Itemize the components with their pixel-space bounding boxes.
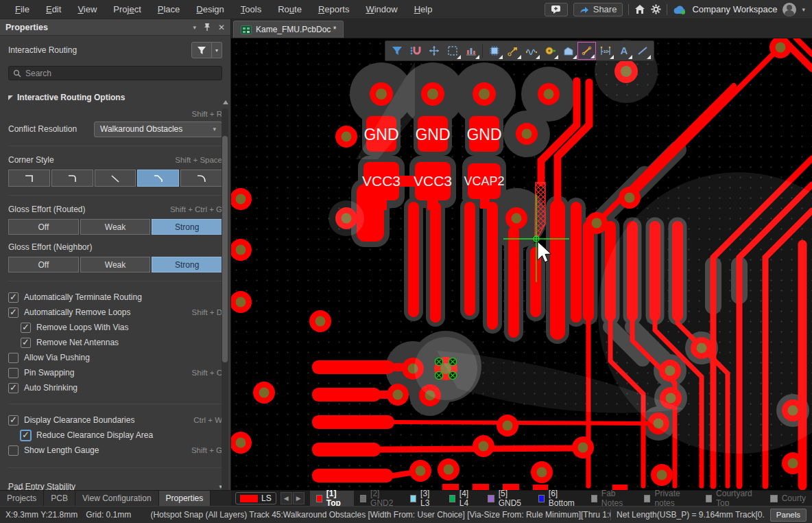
dimension-button[interactable]: 10: [596, 42, 614, 60]
option-auto-remove-loops[interactable]: Automatically Remove Loops Shift + D: [8, 305, 222, 320]
workspace-label[interactable]: Company Workspace: [692, 4, 777, 14]
menu-edit[interactable]: Edit: [38, 1, 69, 17]
layer-set-button[interactable]: LS: [235, 492, 276, 504]
gear-icon[interactable]: [651, 4, 661, 14]
layer-tab-l3[interactable]: [3] L3: [404, 491, 443, 507]
panel-scrollbar[interactable]: [222, 108, 228, 501]
tab-projects[interactable]: Projects: [0, 491, 44, 506]
corner-style-label: Corner Style: [8, 155, 54, 165]
gloss-routed-weak[interactable]: Weak: [80, 219, 151, 235]
option-allow-via-pushing[interactable]: Allow Via Pushing: [8, 350, 222, 365]
place-line-button[interactable]: [633, 42, 652, 60]
select-area-button[interactable]: [443, 42, 462, 60]
move-tool-button[interactable]: [425, 42, 443, 60]
place-string-button[interactable]: A: [614, 42, 633, 60]
polygon-pour-button[interactable]: [559, 42, 577, 60]
layer-tab-top[interactable]: [1] Top: [310, 491, 354, 507]
interactive-track-button[interactable]: [577, 42, 596, 60]
option-auto-terminate[interactable]: Automatically Terminate Routing: [8, 290, 222, 305]
menu-help[interactable]: Help: [406, 1, 441, 17]
layer-scroll-right[interactable]: ▶: [293, 492, 304, 504]
share-button[interactable]: Share: [573, 3, 623, 16]
tab-properties[interactable]: Properties: [159, 491, 211, 506]
conflict-resolution-dropdown[interactable]: Walkaround Obstacles ▾: [94, 121, 222, 137]
pcb-editor-canvas[interactable]: GND GND GND VCC3 VCC3 VCAP2: [231, 38, 812, 490]
checkbox[interactable]: [8, 368, 19, 378]
corner-style-90[interactable]: [8, 170, 50, 187]
layer-tab-courtyard-bottom[interactable]: Courty: [764, 491, 812, 507]
placement-tool-button[interactable]: [462, 42, 480, 60]
checkbox[interactable]: [8, 292, 19, 303]
separator: [610, 509, 611, 520]
snap-magnet-button[interactable]: [406, 42, 425, 60]
checkbox[interactable]: [8, 383, 19, 393]
checkbox[interactable]: [8, 307, 19, 318]
menu-design[interactable]: Design: [188, 1, 232, 17]
option-remove-net-antennas[interactable]: Remove Net Antennas: [8, 335, 222, 350]
gloss-routed-off[interactable]: Off: [8, 219, 79, 235]
corner-style-45[interactable]: [137, 170, 179, 187]
place-component-button[interactable]: [485, 42, 503, 60]
pin-icon[interactable]: [203, 23, 211, 32]
tab-view-configuration[interactable]: View Configuration: [75, 491, 159, 506]
checkbox[interactable]: [21, 338, 31, 348]
chevron-down-icon[interactable]: ▾: [802, 6, 805, 13]
layer-tab-l4[interactable]: [4] L4: [443, 491, 482, 507]
conflict-shortcut: Shift + R: [192, 110, 222, 118]
layer-tab-gnd2[interactable]: [2] GND2: [354, 491, 404, 507]
comment-button[interactable]: [545, 3, 568, 16]
menu-place[interactable]: Place: [150, 1, 189, 17]
corner-style-arc[interactable]: [180, 170, 222, 187]
layer-tab-private-notes[interactable]: Private notes: [638, 491, 700, 507]
menu-route[interactable]: Route: [270, 1, 310, 17]
filter-dropdown-button[interactable]: ▾: [212, 42, 222, 58]
option-display-clearance[interactable]: Display Clearance Boundaries Ctrl + W: [8, 412, 222, 428]
funnel-icon: [197, 46, 206, 55]
layer-scroll-left[interactable]: ◀: [280, 492, 292, 504]
panel-menu-icon[interactable]: ▾: [193, 24, 196, 31]
close-icon[interactable]: ✕: [218, 23, 225, 32]
place-via-button[interactable]: [540, 42, 559, 60]
tab-pcb[interactable]: PCB: [44, 491, 75, 506]
gloss-neighbor-weak[interactable]: Weak: [80, 257, 151, 272]
smart-route-button[interactable]: [503, 42, 522, 60]
layer-tab-fab-notes[interactable]: Fab Notes: [585, 491, 638, 507]
gloss-routed-strong[interactable]: Strong: [152, 219, 222, 235]
filter-tool-button[interactable]: [387, 42, 406, 60]
user-avatar[interactable]: [783, 3, 796, 16]
checkbox[interactable]: [21, 430, 31, 441]
option-reduce-clearance[interactable]: Reduce Clearance Display Area: [8, 428, 222, 443]
pcbdoc-icon: [241, 25, 252, 34]
gloss-neighbor-off[interactable]: Off: [8, 257, 79, 272]
panels-button[interactable]: Panels: [770, 509, 807, 522]
checkbox[interactable]: [8, 445, 19, 456]
option-show-length-gauge[interactable]: Show Length Gauge Shift + G: [8, 443, 222, 458]
menu-window[interactable]: Window: [357, 1, 405, 17]
layer-tab-courtyard-top[interactable]: Courtyard Top: [700, 491, 764, 507]
home-icon[interactable]: [634, 4, 645, 14]
option-pin-swapping[interactable]: Pin Swapping Shift + C: [8, 365, 222, 380]
menu-project[interactable]: Project: [105, 1, 149, 17]
pad-label-gnd-2: GND: [415, 126, 450, 143]
checkbox[interactable]: [21, 323, 31, 333]
option-remove-loops-vias[interactable]: Remove Loops With Vias: [8, 320, 222, 335]
document-tab[interactable]: Kame_FMU.PcbDoc *: [233, 21, 344, 38]
scrollbar-thumb[interactable]: [222, 136, 228, 362]
checkbox[interactable]: [8, 353, 19, 363]
filter-button[interactable]: [191, 42, 212, 58]
option-auto-shrinking[interactable]: Auto Shrinking: [8, 380, 222, 395]
section-interactive-routing-options[interactable]: Interactive Routing Options: [8, 93, 222, 102]
gloss-neighbor-strong[interactable]: Strong: [152, 257, 222, 272]
menu-view[interactable]: View: [69, 1, 105, 17]
meander-tune-button[interactable]: [522, 42, 540, 60]
scroll-up-icon[interactable]: [223, 100, 228, 104]
menu-reports[interactable]: Reports: [310, 1, 358, 17]
layer-tab-bottom[interactable]: [6] Bottom: [532, 491, 585, 507]
menu-file[interactable]: File: [7, 1, 38, 17]
search-input[interactable]: [25, 69, 217, 78]
layer-tab-gnd5[interactable]: [5] GND5: [481, 491, 532, 507]
menu-tools[interactable]: Tools: [232, 1, 270, 17]
checkbox[interactable]: [8, 415, 19, 426]
corner-style-rounded[interactable]: [51, 170, 93, 187]
corner-style-diagonal[interactable]: [95, 170, 136, 187]
